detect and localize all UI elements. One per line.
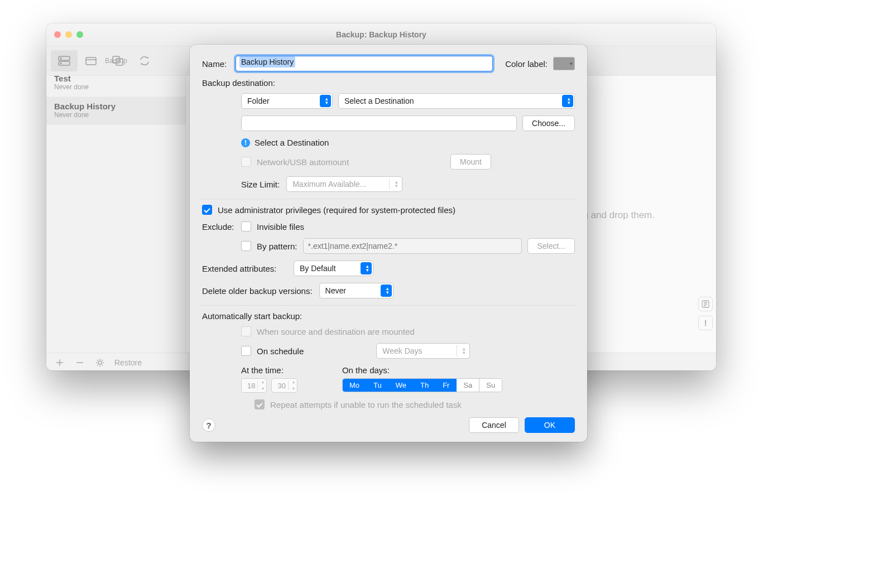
dest-select-popup[interactable]: Select a Destination ▴▾ <box>338 93 575 109</box>
admin-privs-checkbox[interactable] <box>202 205 212 215</box>
restore-button[interactable]: Restore <box>114 358 142 367</box>
repeat-label: Repeat attempts if unable to run the sch… <box>270 400 462 409</box>
settings-sheet: Name: Backup History Color label: Backup… <box>190 45 587 442</box>
alert-icon: ! <box>241 138 250 147</box>
day-we[interactable]: We <box>389 379 414 392</box>
dest-section-label: Backup destination: <box>202 78 575 88</box>
xattr-popup[interactable]: By Default ▴▾ <box>294 261 373 276</box>
choose-button[interactable]: Choose... <box>522 115 575 131</box>
at-time-label: At the time: <box>241 365 297 375</box>
on-schedule-label: On schedule <box>257 346 304 356</box>
xattr-label: Extended attributes: <box>202 264 286 273</box>
add-button[interactable] <box>54 357 65 368</box>
toolbar-tab-label: Backup <box>46 57 186 65</box>
day-th[interactable]: Th <box>414 379 436 392</box>
notes-icon[interactable] <box>698 297 713 311</box>
day-sa[interactable]: Sa <box>457 379 479 392</box>
name-value: Backup History <box>239 56 295 68</box>
titlebar: Backup: Backup History <box>46 23 716 46</box>
pattern-field <box>303 238 522 254</box>
task-item[interactable]: Backup History Never done <box>46 97 186 125</box>
remove-button[interactable] <box>74 357 85 368</box>
auto-start-label: Automatically start backup: <box>202 311 575 321</box>
size-limit-popup: Maximum Available... ▴▾ <box>286 176 402 192</box>
dest-type-popup[interactable]: Folder ▴▾ <box>241 93 333 109</box>
name-label: Name: <box>202 59 236 69</box>
gear-icon <box>95 358 104 367</box>
ok-button[interactable]: OK <box>525 417 575 433</box>
repeat-checkbox <box>255 399 265 409</box>
color-label-picker[interactable] <box>553 57 575 70</box>
exclude-invisible-label: Invisible files <box>257 222 304 232</box>
task-name: Test <box>54 74 178 83</box>
on-schedule-checkbox[interactable] <box>241 346 251 356</box>
window-title: Backup: Backup History <box>46 30 716 39</box>
on-days-label: On the days: <box>342 365 502 375</box>
time-hour-stepper: 18▴▾ <box>241 378 267 393</box>
task-subtitle: Never done <box>54 83 178 91</box>
delete-older-popup[interactable]: Never ▴▾ <box>319 283 393 298</box>
when-mounted-label: When source and destination are mounted <box>257 327 415 336</box>
exclude-pattern-label: By pattern: <box>257 242 297 251</box>
task-name: Backup History <box>54 102 178 111</box>
task-subtitle: Never done <box>54 111 178 119</box>
day-su[interactable]: Su <box>479 379 502 392</box>
dest-alert-text: Select a Destination <box>255 138 329 147</box>
days-segmented[interactable]: MoTuWeThFrSaSu <box>342 378 502 392</box>
settings-button[interactable] <box>94 357 105 368</box>
cancel-button[interactable]: Cancel <box>469 417 519 433</box>
day-fr[interactable]: Fr <box>436 379 457 392</box>
sidebar: Backup Test Never done Backup History Ne… <box>46 76 186 353</box>
automount-checkbox <box>241 157 251 167</box>
select-button: Select... <box>527 238 575 254</box>
admin-privs-label: Use administrator privileges (required f… <box>218 205 455 215</box>
delete-older-label: Delete older backup versions: <box>202 286 313 296</box>
when-mounted-checkbox <box>241 326 251 336</box>
right-gutter: ! <box>698 100 713 330</box>
svg-point-8 <box>98 361 102 364</box>
exclude-invisible-checkbox[interactable] <box>241 221 251 232</box>
schedule-popup: Week Days ▴▾ <box>376 343 470 359</box>
day-tu[interactable]: Tu <box>367 379 389 392</box>
time-minute-stepper: 30▴▾ <box>271 378 297 393</box>
automount-label: Network/USB automount <box>257 157 349 167</box>
day-mo[interactable]: Mo <box>343 379 367 392</box>
exclude-label: Exclude: <box>202 222 236 232</box>
help-button[interactable]: ? <box>202 418 215 432</box>
alert-icon[interactable]: ! <box>698 316 713 330</box>
name-input[interactable]: Backup History <box>236 56 493 71</box>
task-item[interactable]: Test Never done <box>46 69 186 97</box>
mount-button: Mount <box>450 154 491 170</box>
size-limit-label: Size Limit: <box>241 180 280 189</box>
exclude-pattern-checkbox[interactable] <box>241 241 251 251</box>
color-label: Color label: <box>505 59 548 69</box>
dest-path-field[interactable] <box>241 115 517 131</box>
